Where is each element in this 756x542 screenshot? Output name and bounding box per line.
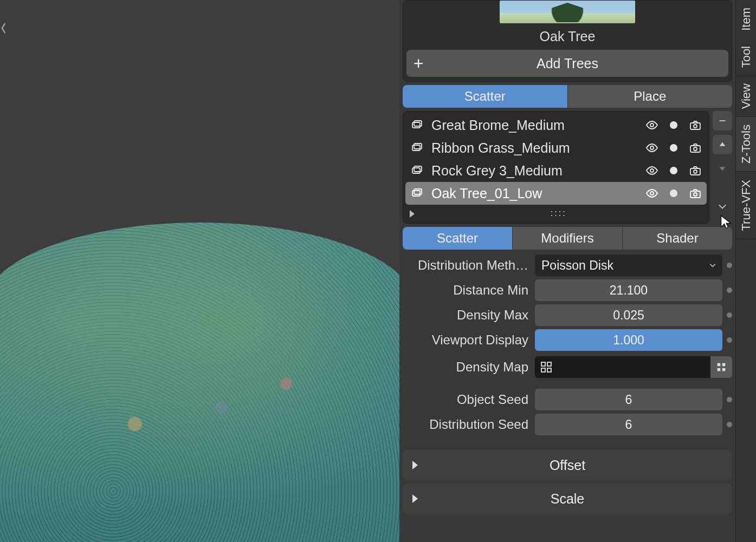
scatter-item-label: Rock Grey 3_Medium <box>431 163 637 179</box>
svg-point-14 <box>650 169 654 172</box>
sidebar-tabs: Item Tool View Z-Tools True-VFX <box>735 0 756 542</box>
distance-min-label: Distance Min <box>403 283 531 298</box>
expand-icon[interactable] <box>410 210 415 218</box>
camera-icon[interactable] <box>688 118 702 132</box>
svg-rect-26 <box>547 362 551 366</box>
layer-icon <box>410 118 424 132</box>
scatter-properties: Distribution Meth… Poisson Disk Distance… <box>403 254 732 436</box>
render-dot-icon[interactable] <box>667 164 681 178</box>
add-trees-label: Add Trees <box>406 56 728 71</box>
scatter-item-label: Oak Tree_01_Low <box>431 186 637 201</box>
move-up-button[interactable] <box>713 135 732 154</box>
layer-icon <box>410 141 424 155</box>
visibility-icon[interactable] <box>645 141 659 155</box>
asset-name: Oak Tree <box>540 29 596 44</box>
move-down-button[interactable] <box>713 159 732 178</box>
svg-point-20 <box>650 192 654 195</box>
scatter-item-label: Ribbon Grass_Medium <box>431 140 637 156</box>
camera-icon[interactable] <box>688 141 702 155</box>
svg-rect-12 <box>412 168 420 173</box>
svg-rect-1 <box>414 121 422 126</box>
scatter-layer-list: Great Brome_MediumRibbon Grass_MediumRoc… <box>403 111 709 224</box>
svg-rect-31 <box>718 368 721 371</box>
vtab-view[interactable]: View <box>736 76 757 117</box>
scale-section[interactable]: Scale <box>403 484 732 514</box>
svg-point-17 <box>694 170 697 173</box>
svg-rect-25 <box>541 362 545 366</box>
svg-point-3 <box>670 121 677 129</box>
vtab-truevfx[interactable]: True-VFX <box>736 172 757 239</box>
add-trees-button[interactable]: + Add Trees <box>406 50 728 77</box>
svg-rect-22 <box>690 191 700 198</box>
distribution-seed-field[interactable]: 6 <box>535 414 722 435</box>
visibility-icon[interactable] <box>645 118 659 132</box>
list-menu-button[interactable] <box>713 197 732 216</box>
layer-icon <box>410 164 424 178</box>
svg-rect-32 <box>722 368 726 371</box>
mode-tabs: Scatter Place <box>403 85 732 108</box>
scatter-layer-item[interactable]: Rock Grey 3_Medium <box>405 159 707 182</box>
svg-rect-7 <box>414 143 422 149</box>
scatter-layer-item[interactable]: Oak Tree_01_Low <box>405 182 707 205</box>
svg-point-21 <box>670 190 677 197</box>
tab-shader[interactable]: Shader <box>622 227 732 250</box>
density-map-field[interactable] <box>535 356 732 378</box>
keyframe-dot-icon[interactable] <box>727 422 732 427</box>
density-map-label: Density Map <box>403 360 531 375</box>
tab-scatter-settings[interactable]: Scatter <box>403 227 512 250</box>
keyframe-dot-icon[interactable] <box>727 288 732 293</box>
scatter-layer-item[interactable]: Great Brome_Medium <box>405 114 707 136</box>
terrain-preview <box>0 223 399 542</box>
visibility-icon[interactable] <box>645 164 659 178</box>
keyframe-dot-icon[interactable] <box>727 312 732 318</box>
distribution-method-label: Distribution Meth… <box>403 258 531 273</box>
scatter-layer-item[interactable]: Ribbon Grass_Medium <box>405 136 707 159</box>
layer-icon <box>410 186 424 200</box>
density-max-label: Density Max <box>403 308 531 323</box>
svg-rect-4 <box>690 123 700 129</box>
svg-rect-6 <box>412 145 420 151</box>
keyframe-dot-icon[interactable] <box>727 397 732 402</box>
visibility-icon[interactable] <box>645 186 659 200</box>
svg-rect-13 <box>414 166 422 172</box>
list-side-buttons <box>713 111 732 224</box>
svg-point-8 <box>650 146 654 149</box>
vtab-tool[interactable]: Tool <box>736 38 757 76</box>
drag-handle-icon[interactable]: ∷∷ <box>415 208 702 220</box>
vtab-ztools[interactable]: Z-Tools <box>736 117 757 172</box>
svg-point-15 <box>670 167 677 174</box>
properties-panel: Oak Tree + Add Trees Scatter Place Great… <box>399 0 735 542</box>
density-max-field[interactable]: 0.025 <box>535 304 722 326</box>
render-dot-icon[interactable] <box>667 141 681 155</box>
texture-icon <box>539 360 553 374</box>
svg-rect-29 <box>718 363 721 367</box>
distribution-seed-label: Distribution Seed <box>403 417 531 432</box>
viewport-3d[interactable] <box>0 0 399 542</box>
tab-place[interactable]: Place <box>567 85 733 108</box>
asset-thumbnail[interactable] <box>500 1 635 23</box>
object-seed-field[interactable]: 6 <box>535 389 722 410</box>
svg-point-2 <box>650 123 654 127</box>
viewport-display-label: Viewport Display <box>403 332 531 348</box>
viewport-display-field[interactable]: 1.000 <box>535 329 722 351</box>
keyframe-dot-icon[interactable] <box>727 337 732 343</box>
remove-button[interactable] <box>713 111 732 130</box>
svg-rect-10 <box>690 146 700 152</box>
offset-section[interactable]: Offset <box>403 450 732 480</box>
keyframe-dot-icon[interactable] <box>727 263 732 268</box>
distribution-method-select[interactable]: Poisson Disk <box>535 254 722 276</box>
svg-rect-16 <box>690 168 700 175</box>
svg-point-9 <box>670 144 677 152</box>
tab-modifiers[interactable]: Modifiers <box>512 227 622 250</box>
tab-scatter[interactable]: Scatter <box>403 85 567 108</box>
render-dot-icon[interactable] <box>667 186 681 200</box>
density-map-picker-button[interactable] <box>710 356 732 378</box>
camera-icon[interactable] <box>688 164 702 178</box>
distance-min-field[interactable]: 21.100 <box>535 279 722 301</box>
render-dot-icon[interactable] <box>667 118 681 132</box>
panel-expand-icon[interactable] <box>0 22 7 35</box>
camera-icon[interactable] <box>688 186 702 200</box>
vtab-item[interactable]: Item <box>736 0 757 38</box>
svg-point-5 <box>694 125 697 128</box>
scale-label: Scale <box>403 491 732 507</box>
